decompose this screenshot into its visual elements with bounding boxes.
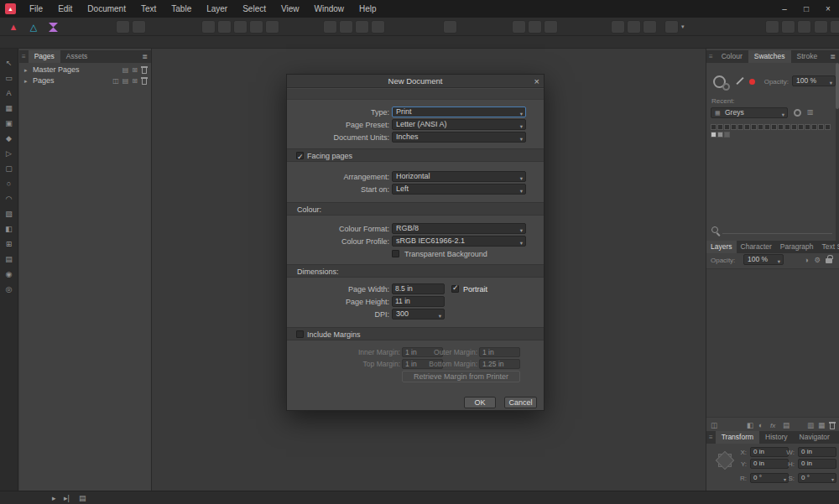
swatch-slot[interactable]	[805, 124, 810, 130]
swatch-slot[interactable]	[711, 132, 717, 138]
colour-profile-dropdown[interactable]: sRGB IEC61966-2.1▾	[392, 236, 526, 247]
tab-transform[interactable]: Transform	[716, 431, 759, 444]
colour-format-dropdown[interactable]: RGB/8▾	[392, 223, 526, 234]
swatch-slot[interactable]	[711, 124, 717, 130]
toolbar-button[interactable]	[627, 20, 641, 34]
add-page-button[interactable]: ⊞	[132, 75, 138, 86]
swatch-slot[interactable]	[818, 124, 824, 130]
table-tool[interactable]: ▦	[0, 101, 18, 116]
menu-layer[interactable]: Layer	[199, 0, 235, 18]
start-on-dropdown[interactable]: Left▾	[392, 184, 526, 195]
toolbar-button[interactable]	[443, 20, 457, 34]
tab-text-styles[interactable]: Text Styles	[818, 241, 839, 253]
colour-wheel-icon[interactable]	[794, 109, 801, 117]
swatch-slot[interactable]	[731, 124, 737, 130]
menu-select[interactable]: Select	[235, 0, 274, 18]
swatch-slot[interactable]	[717, 132, 723, 138]
w-field[interactable]: 0 in	[798, 447, 836, 457]
minimize-button[interactable]: –	[774, 0, 795, 18]
page-width-field[interactable]: 8.5 in	[392, 283, 445, 294]
toolbar-button[interactable]	[249, 20, 263, 34]
mask-layer-icon[interactable]: ◫	[711, 420, 717, 431]
panel-menu-icon[interactable]: ≣	[138, 50, 151, 63]
toolbar-button[interactable]	[132, 20, 146, 34]
expand-arrow-icon[interactable]: ▸	[24, 75, 28, 86]
tab-colour[interactable]: Colour	[716, 50, 748, 63]
page-icon[interactable]: ▤	[122, 65, 129, 75]
pages-list-icon[interactable]: ▤	[79, 491, 86, 504]
arrangement-dropdown[interactable]: Horizontal▾	[392, 171, 526, 182]
fill-tool[interactable]: ▧	[0, 206, 18, 221]
delete-layer-button[interactable]	[829, 422, 836, 429]
opacity-dropdown[interactable]: 100 % ▾	[792, 75, 836, 86]
toolbar-button[interactable]	[814, 20, 828, 34]
eyedropper-icon[interactable]	[736, 77, 743, 85]
swatch-slot[interactable]	[784, 124, 790, 130]
toolbar-button[interactable]	[765, 20, 779, 34]
toolbar-button[interactable]	[201, 20, 216, 34]
toolbar-button[interactable]	[830, 20, 839, 34]
gear-icon[interactable]: ⚙	[814, 255, 821, 266]
toolbar-button[interactable]	[643, 20, 657, 34]
palette-options-icon[interactable]: ▥	[807, 108, 814, 116]
swatch-slot[interactable]	[825, 124, 831, 130]
toolbar-button[interactable]	[544, 20, 558, 34]
tab-history[interactable]: History	[759, 431, 793, 444]
move-tool[interactable]: ↖	[0, 55, 18, 70]
page-icon[interactable]: ▤	[122, 75, 129, 86]
menu-view[interactable]: View	[274, 0, 307, 18]
palette-dropdown[interactable]: ▦ Greys ▾	[711, 107, 788, 118]
y-field[interactable]: 0 in	[750, 459, 789, 469]
close-button[interactable]: ×	[817, 0, 839, 18]
node-tool[interactable]: ▷	[0, 146, 18, 161]
menu-edit[interactable]: Edit	[50, 0, 80, 18]
swatch-slot[interactable]	[724, 132, 730, 138]
swatch-slot[interactable]	[744, 124, 750, 130]
toolbar-button[interactable]	[323, 20, 337, 34]
stroke-selector-icon[interactable]	[722, 83, 730, 91]
add-layer-button[interactable]: ▥	[807, 420, 814, 431]
last-page-button[interactable]: ▸|	[64, 491, 70, 504]
blend-ranges-icon[interactable]: ◑	[805, 255, 809, 266]
swatch-slot[interactable]	[724, 124, 730, 130]
adjustment-icon[interactable]: ◐	[758, 420, 763, 431]
master-pages-row[interactable]: ▸ Master Pages ▤ ⊞	[19, 65, 151, 75]
menu-document[interactable]: Document	[80, 0, 133, 18]
current-colour-swatch[interactable]	[749, 79, 755, 85]
place-image-tool[interactable]: ▤	[0, 252, 18, 267]
tab-paragraph[interactable]: Paragraph	[776, 241, 818, 253]
layers-opacity-dropdown[interactable]: 100 % ▾	[743, 254, 784, 265]
anchor-point-selector[interactable]	[714, 449, 736, 471]
preview-icon[interactable]: ◫	[112, 75, 119, 86]
toolbar-button[interactable]	[512, 20, 526, 34]
tab-pages[interactable]: Pages	[29, 50, 60, 63]
toolbar-button[interactable]	[265, 20, 279, 34]
dialog-close-icon[interactable]: ×	[534, 75, 539, 88]
facing-pages-checkbox[interactable]: ✓	[296, 152, 304, 159]
page-height-field[interactable]: 11 in	[392, 296, 445, 307]
toolbar-button[interactable]	[371, 20, 385, 34]
picture-frame-tool[interactable]: ▣	[0, 116, 18, 131]
tab-layers[interactable]: Layers	[706, 241, 737, 253]
toolbar-button[interactable]	[233, 20, 248, 34]
document-units-dropdown[interactable]: Inches▾	[392, 132, 526, 143]
menu-text[interactable]: Text	[133, 0, 164, 18]
pen-tool[interactable]: ◆	[0, 131, 18, 146]
delete-page-button[interactable]	[141, 77, 148, 85]
rectangle-tool[interactable]: ▢	[0, 161, 18, 176]
tab-navigator[interactable]: Navigator	[794, 431, 836, 444]
layer-icon[interactable]: ▤	[783, 420, 789, 431]
swatch-slot[interactable]	[764, 124, 770, 130]
menu-file[interactable]: File	[22, 0, 50, 18]
toolbar-button[interactable]	[664, 20, 679, 34]
transparency-tool[interactable]: ◧	[0, 221, 18, 236]
swatch-slot[interactable]	[737, 124, 743, 130]
search-input[interactable]	[722, 227, 832, 234]
menu-table[interactable]: Table	[164, 0, 199, 18]
tab-swatches[interactable]: Swatches	[748, 50, 791, 63]
panel-menu-icon[interactable]: ≣	[826, 50, 839, 63]
scrollbar-thumb[interactable]	[836, 63, 839, 109]
toolbar-button[interactable]	[528, 20, 542, 34]
add-group-button[interactable]: ▦	[818, 420, 825, 431]
toolbar-button[interactable]	[217, 20, 232, 34]
